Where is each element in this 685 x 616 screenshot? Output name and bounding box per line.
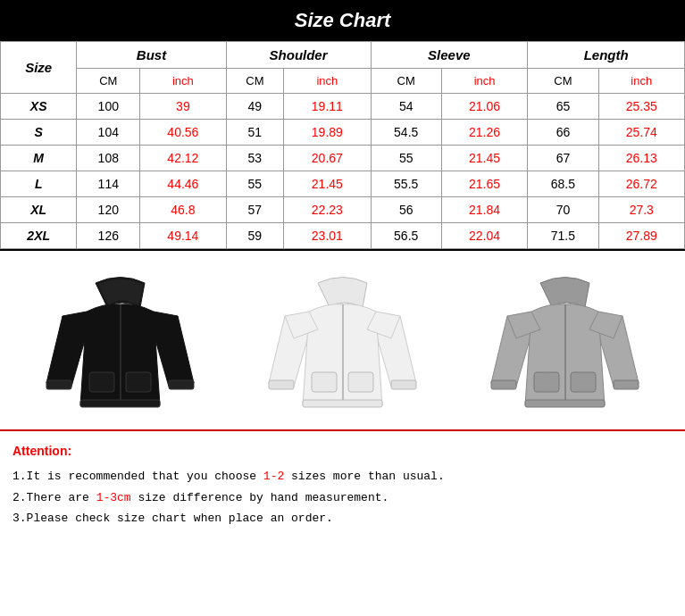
attention-line-3: 3.Please check size chart when place an … [13,508,672,529]
bust-cm-cell: 126 [77,223,140,249]
shoulder-cm-header: CM [226,69,284,94]
sleeve-inch-cell: 21.26 [441,120,527,146]
sleeve-cm-cell: 55.5 [371,171,441,197]
bust-inch-cell: 42.12 [140,146,226,171]
length-cm-cell: 67 [528,146,598,171]
length-inch-cell: 25.74 [598,120,684,146]
svg-rect-15 [491,380,516,389]
page-title: Size Chart [0,0,685,41]
sleeve-inch-cell: 21.06 [441,94,527,120]
length-cm-cell: 68.5 [528,171,598,197]
shoulder-group-header: Shoulder [226,42,371,69]
attention-label: Attention: [13,440,672,462]
table-row: XL 120 46.8 57 22.23 56 21.84 70 27.3 [1,197,685,223]
sleeve-inch-cell: 21.84 [441,197,527,223]
sleeve-inch-header: inch [441,69,527,94]
attention-section: Attention: 1.It is recommended that you … [0,431,685,541]
sleeve-inch-cell: 22.04 [441,223,527,249]
size-cell: M [1,146,77,171]
sleeve-cm-header: CM [371,69,441,94]
shoulder-inch-cell: 23.01 [284,223,371,249]
shoulder-inch-cell: 19.89 [284,120,371,146]
bust-cm-cell: 100 [77,94,140,120]
length-cm-cell: 71.5 [528,223,598,249]
svg-rect-13 [534,372,559,392]
highlight-diff: 1-3cm [96,491,131,504]
size-cell: L [1,171,77,197]
length-group-header: Length [528,42,685,69]
length-cm-cell: 70 [528,197,598,223]
bust-inch-cell: 49.14 [140,223,226,249]
length-cm-cell: 65 [528,94,598,120]
sleeve-cm-cell: 54 [371,94,441,120]
shoulder-inch-cell: 20.67 [284,146,371,171]
size-cell: XS [1,94,77,120]
svg-rect-2 [126,372,151,392]
svg-rect-11 [303,400,382,407]
length-cm-header: CM [528,69,598,94]
bust-inch-header: inch [140,69,226,94]
length-inch-header: inch [598,69,684,94]
bust-inch-cell: 40.56 [140,120,226,146]
svg-rect-14 [571,372,596,392]
attention-line-2: 2.There are 1-3cm size difference by han… [13,487,672,508]
white-hoodie-image [254,264,432,416]
highlight-sizes: 1-2 [263,470,284,483]
shoulder-cm-cell: 49 [226,94,284,120]
svg-rect-3 [46,380,71,389]
size-column-header: Size [1,42,77,94]
svg-rect-5 [80,400,160,407]
shoulder-inch-cell: 21.45 [284,171,371,197]
svg-rect-16 [614,380,639,389]
sleeve-cm-cell: 54.5 [371,120,441,146]
shoulder-cm-cell: 51 [226,120,284,146]
size-cell: 2XL [1,223,77,249]
shoulder-inch-cell: 22.23 [284,197,371,223]
bust-inch-cell: 44.46 [140,171,226,197]
length-inch-cell: 27.3 [598,197,684,223]
svg-rect-4 [169,380,194,389]
svg-rect-17 [525,400,605,407]
bust-cm-cell: 114 [77,171,140,197]
shoulder-cm-cell: 55 [226,171,284,197]
size-cell: XL [1,197,77,223]
bust-cm-cell: 120 [77,197,140,223]
shoulder-inch-header: inch [284,69,371,94]
table-row: 2XL 126 49.14 59 23.01 56.5 22.04 71.5 2… [1,223,685,249]
hoodie-images-section [0,251,685,431]
bust-inch-cell: 39 [140,94,226,120]
gray-hoodie-image [476,264,655,416]
size-cell: S [1,120,77,146]
bust-cm-cell: 104 [77,120,140,146]
sleeve-cm-cell: 56 [371,197,441,223]
size-table: Size Bust Shoulder Sleeve Length CM inch… [0,41,685,249]
length-inch-cell: 26.13 [598,146,684,171]
svg-rect-7 [312,372,337,392]
black-hoodie-image [31,264,210,416]
shoulder-cm-cell: 57 [226,197,284,223]
sleeve-cm-cell: 56.5 [371,223,441,249]
table-row: XS 100 39 49 19.11 54 21.06 65 25.35 [1,94,685,120]
table-row: S 104 40.56 51 19.89 54.5 21.26 66 25.74 [1,120,685,146]
svg-rect-8 [348,372,373,392]
svg-rect-1 [89,372,114,392]
table-row: L 114 44.46 55 21.45 55.5 21.65 68.5 26.… [1,171,685,197]
table-row: M 108 42.12 53 20.67 55 21.45 67 26.13 [1,146,685,171]
size-chart-table: Size Bust Shoulder Sleeve Length CM inch… [0,41,685,251]
bust-group-header: Bust [77,42,226,69]
shoulder-cm-cell: 59 [226,223,284,249]
svg-rect-9 [269,380,294,389]
bust-cm-cell: 108 [77,146,140,171]
attention-line-1: 1.It is recommended that you choose 1-2 … [13,466,672,487]
bust-inch-cell: 46.8 [140,197,226,223]
length-inch-cell: 25.35 [598,94,684,120]
svg-rect-10 [391,380,416,389]
sleeve-inch-cell: 21.65 [441,171,527,197]
length-inch-cell: 26.72 [598,171,684,197]
sleeve-group-header: Sleeve [371,42,528,69]
bust-cm-header: CM [77,69,140,94]
sleeve-cm-cell: 55 [371,146,441,171]
sleeve-inch-cell: 21.45 [441,146,527,171]
length-inch-cell: 27.89 [598,223,684,249]
length-cm-cell: 66 [528,120,598,146]
